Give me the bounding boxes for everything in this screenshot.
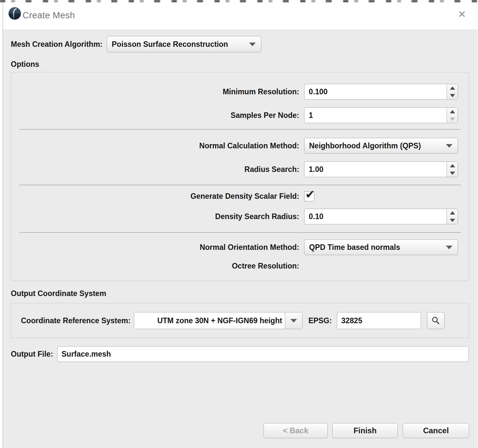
radius-search-field[interactable]: 1.00 <box>304 161 458 177</box>
density-search-radius-field[interactable]: 0.10 <box>304 209 458 224</box>
epsg-label: EPSG: <box>308 316 332 325</box>
spin-up-button[interactable] <box>447 162 458 169</box>
create-mesh-dialog: Create Mesh ✕ Mesh Creation Algorithm: P… <box>3 3 478 448</box>
normal-orientation-method-row: Normal Orientation Method: QPD Time base… <box>11 239 469 255</box>
finish-button[interactable]: Finish <box>332 423 398 438</box>
search-icon <box>431 316 440 325</box>
output-coordinate-system-section-label: Output Coordinate System <box>11 289 106 298</box>
output-file-label: Output File: <box>11 350 53 359</box>
options-groupbox: Minimum Resolution: 0.100 Samples Per No… <box>11 72 469 281</box>
spin-up-button[interactable] <box>447 209 458 216</box>
crs-value: UTM zone 30N + NGF-IGN69 height <box>157 316 282 325</box>
separator <box>19 129 461 130</box>
normal-calculation-method-label: Normal Calculation Method: <box>11 141 299 150</box>
normal-calculation-method-dropdown[interactable]: Neighborhood Algorithm (QPS) <box>304 138 458 154</box>
samples-per-node-label: Samples Per Node: <box>11 111 299 120</box>
triangle-up-icon <box>450 86 455 90</box>
crs-combobox[interactable]: UTM zone 30N + NGF-IGN69 height <box>134 312 303 329</box>
triangle-down-icon <box>450 172 455 175</box>
chevron-down-icon <box>249 43 256 46</box>
generate-density-scalar-field-row: Generate Density Scalar Field: ✔ <box>11 191 469 201</box>
spin-up-button[interactable] <box>447 84 458 92</box>
algorithm-dropdown[interactable]: Poisson Surface Reconstruction <box>107 36 261 52</box>
triangle-up-icon <box>450 110 455 113</box>
spin-down-button[interactable] <box>447 115 458 123</box>
triangle-up-icon <box>450 211 455 215</box>
output-file-input[interactable] <box>57 346 469 362</box>
options-section-label: Options <box>11 60 39 69</box>
normal-orientation-method-value: QPD Time based normals <box>309 243 400 252</box>
density-search-radius-spinner <box>447 209 458 224</box>
dialog-content: Mesh Creation Algorithm: Poisson Surface… <box>3 29 478 448</box>
app-icon <box>8 7 21 20</box>
samples-per-node-row: Samples Per Node: 1 <box>11 107 469 123</box>
minimum-resolution-field[interactable]: 0.100 <box>304 84 458 100</box>
minimum-resolution-row: Minimum Resolution: 0.100 <box>11 84 469 100</box>
check-icon: ✔ <box>305 188 315 201</box>
normal-orientation-method-label: Normal Orientation Method: <box>11 243 299 252</box>
generate-density-scalar-field-checkbox[interactable]: ✔ <box>304 191 314 201</box>
dialog-titlebar: Create Mesh ✕ <box>3 3 478 29</box>
samples-per-node-spinner <box>447 108 458 123</box>
minimum-resolution-spinner <box>447 84 458 99</box>
algorithm-label: Mesh Creation Algorithm: <box>11 40 102 49</box>
crs-label: Coordinate Reference System: <box>21 316 131 325</box>
radius-search-label: Radius Search: <box>11 165 299 174</box>
generate-density-scalar-field-label: Generate Density Scalar Field: <box>11 192 299 201</box>
algorithm-value: Poisson Surface Reconstruction <box>112 40 228 49</box>
minimum-resolution-label: Minimum Resolution: <box>11 87 299 96</box>
separator <box>19 185 461 186</box>
spin-down-button[interactable] <box>447 216 458 224</box>
radius-search-spinner <box>447 162 458 177</box>
output-file-row: Output File: <box>11 346 469 362</box>
triangle-down-icon <box>450 118 455 121</box>
output-coordinate-system-groupbox: Coordinate Reference System: UTM zone 30… <box>11 303 469 338</box>
close-icon[interactable]: ✕ <box>455 8 469 21</box>
chevron-down-icon <box>290 319 297 323</box>
triangle-down-icon <box>450 94 455 97</box>
density-search-radius-row: Density Search Radius: 0.10 <box>11 209 469 224</box>
radius-search-row: Radius Search: 1.00 <box>11 161 469 177</box>
crs-row: Coordinate Reference System: UTM zone 30… <box>21 312 461 329</box>
samples-per-node-field[interactable]: 1 <box>304 107 458 123</box>
cancel-button[interactable]: Cancel <box>403 423 469 438</box>
separator <box>19 232 461 233</box>
triangle-down-icon <box>450 219 455 222</box>
samples-per-node-value: 1 <box>309 111 313 120</box>
background-smudge <box>0 0 478 2</box>
crs-search-button[interactable] <box>427 312 445 329</box>
minimum-resolution-value: 0.100 <box>309 87 328 96</box>
spin-up-button[interactable] <box>447 108 458 115</box>
normal-orientation-method-dropdown[interactable]: QPD Time based normals <box>304 239 458 255</box>
octree-resolution-label: Octree Resolution: <box>11 262 299 271</box>
triangle-up-icon <box>450 164 455 167</box>
crs-edit-field[interactable]: UTM zone 30N + NGF-IGN69 height <box>134 312 285 329</box>
chevron-down-icon <box>446 246 452 249</box>
chevron-down-icon <box>446 144 452 148</box>
radius-search-value: 1.00 <box>309 165 323 174</box>
normal-calculation-method-row: Normal Calculation Method: Neighborhood … <box>11 138 469 154</box>
background-window-sliver <box>0 0 478 3</box>
normal-calculation-method-value: Neighborhood Algorithm (QPS) <box>309 141 421 150</box>
back-button[interactable]: < Back <box>264 423 328 438</box>
density-search-radius-value: 0.10 <box>309 212 323 221</box>
octree-resolution-row: Octree Resolution: <box>11 262 469 271</box>
spin-down-button[interactable] <box>447 169 458 177</box>
spin-down-button[interactable] <box>447 92 458 99</box>
dialog-title: Create Mesh <box>23 10 75 21</box>
density-search-radius-label: Density Search Radius: <box>11 212 299 221</box>
epsg-input[interactable] <box>337 312 421 329</box>
crs-dropdown-button[interactable] <box>285 312 302 329</box>
algorithm-row: Mesh Creation Algorithm: Poisson Surface… <box>11 36 469 52</box>
